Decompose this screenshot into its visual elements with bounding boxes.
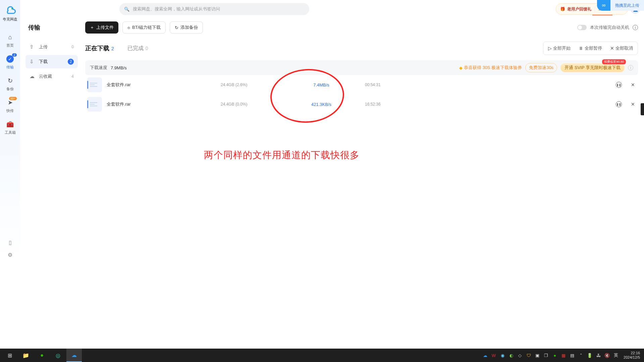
- total-speed: 7.9MB/s: [111, 65, 127, 70]
- phone-icon[interactable]: ▯: [9, 239, 12, 246]
- close-icon: ✕: [610, 46, 614, 51]
- pause-button[interactable]: ❚❚: [616, 82, 622, 88]
- rail-backup[interactable]: ↻ 备份: [0, 73, 20, 95]
- gift-icon: 🎁: [560, 7, 565, 11]
- bonus-msg: ◆恭喜获得 30S 极速下载体验券: [459, 65, 522, 71]
- annotation-text: 两个同样的文件用通道的下载快很多: [204, 149, 360, 162]
- rail-transfer[interactable]: 2 ✓ 传输: [0, 51, 20, 73]
- svip-button[interactable]: 续费低至¥8.80 开通 SVIP 享无限时极速下载: [560, 63, 625, 72]
- file-speed: 421.3KB/s: [278, 102, 365, 107]
- play-icon: ▷: [548, 46, 552, 51]
- file-name: 全套软件.rar: [107, 101, 221, 107]
- start-all-button[interactable]: ▷全部开始: [545, 43, 574, 53]
- ime-indicator[interactable]: 英: [613, 352, 619, 358]
- file-eta: 00:54:31: [365, 82, 432, 87]
- speed-bar: 下载速度 7.9MB/s ◆恭喜获得 30S 极速下载体验券 免费加速30s 续…: [85, 60, 638, 75]
- cancel-all-button[interactable]: ✕全部取消: [607, 43, 636, 53]
- left-rail: 夸克网盘 ⌂ 首页 2 ✓ 传输 ↻ 备份 99+ ➤ 快传 🧰 工具箱 ▯ ⚙: [0, 0, 20, 261]
- file-rar-icon: [87, 77, 102, 92]
- auto-shutdown-toggle[interactable]: [577, 25, 587, 30]
- search-placeholder: 搜索网盘、搜索全网，输入网址或从书签访问: [133, 6, 220, 12]
- toolbar: ＋ 上传文件 ⌾ BT/磁力链下载 ↻ 添加备份 本次传输完自动关机 i: [85, 21, 638, 34]
- app-brand: 夸克网盘: [3, 17, 17, 22]
- sidebar-title: 传输: [28, 23, 78, 32]
- tab-downloading[interactable]: 正在下载 2: [85, 44, 114, 52]
- home-icon: ⌂: [8, 34, 12, 41]
- tabs: 正在下载 2 已完成 0 ▷全部开始 ⏸全部暂停 ✕全部取消: [85, 42, 638, 55]
- sidebar: 传输 ⇧ 上传 0 ⇩ 下载 2 ☁ 云收藏 4: [25, 23, 78, 84]
- svg-point-0: [11, 8, 13, 9]
- taskbar-clock[interactable]: 22:16 2024/12/5: [624, 351, 640, 360]
- tray-icon[interactable]: ◉: [499, 352, 505, 358]
- tray-icon[interactable]: ◇: [517, 352, 523, 358]
- sidebar-item-cloud[interactable]: ☁ 云收藏 4: [25, 70, 78, 83]
- file-size: 24.4GB (2.6%): [221, 82, 278, 87]
- start-button[interactable]: ⊞: [2, 349, 17, 362]
- cancel-button[interactable]: ✕: [630, 82, 636, 88]
- tab-controls: ▷全部开始 ⏸全部暂停 ✕全部取消: [543, 42, 638, 55]
- file-eta: 16:52:36: [365, 102, 432, 107]
- info-icon[interactable]: i: [628, 65, 633, 70]
- upload-button[interactable]: ＋ 上传文件: [85, 21, 118, 34]
- explorer-icon[interactable]: 📁: [18, 349, 34, 362]
- battery-icon[interactable]: 🔋: [587, 352, 593, 358]
- tray-icon[interactable]: ❐: [543, 352, 549, 358]
- drag-upload-strap[interactable]: ∞ 拖拽至此上传: [597, 0, 644, 11]
- topbar: 🔍 搜索网盘、搜索全网，输入网址或从书签访问 续费低至¥8.8 🎁 老用户回馈礼…: [20, 0, 644, 18]
- rail-bottom: ▯ ⚙: [0, 239, 20, 258]
- app-logo-icon: [4, 3, 16, 15]
- download-row: 全套软件.rar 24.4GB (0.0%) 421.3KB/s 16:52:3…: [85, 95, 638, 114]
- edge-icon[interactable]: ◎: [50, 349, 66, 362]
- volume-icon[interactable]: 🔇: [604, 352, 610, 358]
- magnet-icon: ⌾: [127, 25, 130, 30]
- tray-icon[interactable]: ☁: [482, 352, 488, 358]
- sidebar-item-download[interactable]: ⇩ 下载 2: [25, 55, 78, 68]
- tray-icon[interactable]: ●: [552, 352, 558, 358]
- quark-app-icon[interactable]: ☁: [66, 349, 82, 362]
- rail-transfer-badge: 2: [12, 53, 17, 57]
- network-icon[interactable]: 🖧: [595, 352, 601, 358]
- refresh-icon: ↻: [8, 77, 13, 84]
- free-boost-button[interactable]: 免费加速30s: [525, 63, 557, 72]
- plus-icon: ＋: [90, 24, 94, 31]
- windows-taskbar: ⊞ 📁 ● ◎ ☁ ☁ W ◉ ◐ ◇ 🛡 ▣ ❐ ● ▦ ▤ ˄ 🔋 🖧 🔇 …: [0, 349, 644, 362]
- file-size: 24.4GB (0.0%): [221, 102, 278, 107]
- rail-home[interactable]: ⌂ 首页: [0, 30, 20, 51]
- file-rar-icon: [87, 97, 102, 112]
- upload-icon: ⇧: [30, 44, 36, 50]
- file-speed: 7.4MB/s: [278, 82, 365, 87]
- pause-all-button[interactable]: ⏸全部暂停: [575, 43, 605, 53]
- sidebar-item-upload[interactable]: ⇧ 上传 0: [25, 40, 78, 54]
- auto-shutdown-label: 本次传输完自动关机: [590, 24, 629, 31]
- pause-icon: ⏸: [579, 46, 583, 51]
- chevron-up-icon[interactable]: ˄: [578, 352, 584, 358]
- file-name: 全套软件.rar: [107, 82, 221, 88]
- cloud-fav-icon: ☁: [30, 73, 36, 79]
- info-icon[interactable]: i: [633, 25, 638, 30]
- main: ＋ 上传文件 ⌾ BT/磁力链下载 ↻ 添加备份 本次传输完自动关机 i 正在下…: [85, 21, 638, 114]
- refresh-icon: ↻: [175, 25, 178, 30]
- tray-icon[interactable]: W: [491, 352, 497, 358]
- tray-icon[interactable]: ▦: [560, 352, 567, 358]
- bt-button[interactable]: ⌾ BT/磁力链下载: [122, 21, 166, 34]
- search-input[interactable]: 🔍 搜索网盘、搜索全网，输入网址或从书签访问: [119, 3, 309, 15]
- download-icon: ⇩: [30, 59, 36, 65]
- edge-handle[interactable]: [641, 103, 644, 115]
- rail-toolbox[interactable]: 🧰 工具箱: [0, 117, 20, 138]
- cancel-button[interactable]: ✕: [630, 101, 636, 107]
- wechat-icon[interactable]: ●: [34, 349, 50, 362]
- system-tray: ☁ W ◉ ◐ ◇ 🛡 ▣ ❐ ● ▦ ▤ ˄ 🔋 🖧 🔇 英 22:16 20…: [482, 351, 642, 360]
- rail-quick[interactable]: 99+ ➤ 快传: [0, 95, 20, 117]
- pause-button[interactable]: ❚❚: [616, 101, 622, 107]
- gear-icon[interactable]: ⚙: [8, 252, 12, 258]
- toolbox-icon: 🧰: [6, 121, 14, 128]
- tray-icon[interactable]: ▣: [534, 352, 540, 358]
- tray-icon[interactable]: ▤: [569, 352, 575, 358]
- tray-icon[interactable]: 🛡: [526, 352, 532, 358]
- search-icon: 🔍: [124, 7, 129, 12]
- tray-icon[interactable]: ◐: [508, 352, 514, 358]
- cloud-icon: ∞: [597, 0, 610, 11]
- tab-done[interactable]: 已完成 0: [127, 45, 148, 52]
- diamond-icon: ◆: [459, 65, 463, 70]
- backup-button[interactable]: ↻ 添加备份: [170, 21, 203, 34]
